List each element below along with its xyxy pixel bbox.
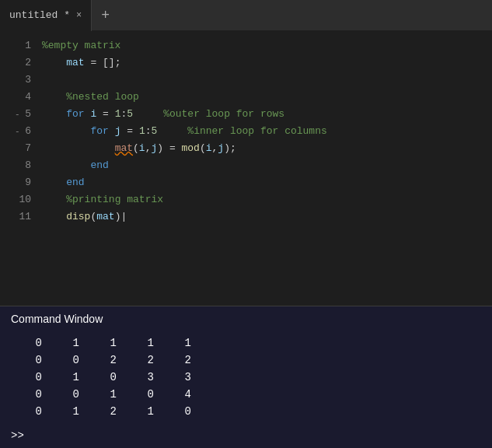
output-cell: 0 — [11, 352, 48, 369]
output-cell: 4 — [160, 386, 197, 403]
line-number: -5 — [0, 106, 39, 123]
fold-indicator[interactable]: - — [12, 123, 22, 140]
tab-title: untitled * — [9, 9, 70, 21]
command-output: 0111100222010330010401210 — [0, 331, 492, 423]
line-number: -6 — [0, 123, 39, 140]
code-area[interactable]: %empty matrix mat = []; %nested loop for… — [39, 31, 492, 306]
line-numbers: 1234-5-67891011 — [0, 31, 39, 306]
line-number: 2 — [0, 54, 39, 72]
output-cell: 0 — [123, 386, 160, 403]
output-cell: 1 — [48, 403, 85, 420]
line-number: 1 — [0, 37, 39, 54]
output-cell: 2 — [160, 352, 197, 369]
output-cell: 0 — [48, 352, 85, 369]
output-cell: 0 — [11, 403, 48, 420]
tab-untitled[interactable]: untitled * × — [0, 0, 92, 31]
line-number: 4 — [0, 89, 39, 106]
output-cell: 1 — [48, 369, 85, 386]
line-number: 3 — [0, 72, 39, 89]
code-line: end — [42, 174, 492, 191]
output-cell: 1 — [123, 334, 160, 352]
output-cell: 0 — [11, 386, 48, 403]
code-line: %empty matrix — [42, 37, 492, 54]
code-line — [42, 72, 492, 89]
code-line: end — [42, 157, 492, 174]
output-row: 00222 — [11, 352, 481, 369]
output-cell: 2 — [85, 352, 123, 369]
output-cell: 1 — [85, 334, 123, 352]
output-cell: 0 — [48, 386, 85, 403]
output-cell: 1 — [123, 403, 160, 420]
output-row: 01210 — [11, 403, 481, 420]
code-line: mat(i,j) = mod(i,j); — [42, 140, 492, 157]
command-window: Command Window 0111100222010330010401210… — [0, 306, 492, 448]
output-cell: 0 — [160, 403, 197, 420]
code-line: for i = 1:5 %outer loop for rows — [42, 106, 492, 123]
code-line: %nested loop — [42, 89, 492, 106]
output-row: 01033 — [11, 369, 481, 386]
code-line: %printing matrix — [42, 191, 492, 208]
new-tab-button[interactable]: + — [92, 0, 119, 31]
output-cell: 2 — [123, 352, 160, 369]
output-cell: 1 — [48, 334, 85, 352]
output-row: 00104 — [11, 386, 481, 403]
output-cell: 2 — [85, 403, 123, 420]
code-line: disp(mat)| — [42, 208, 492, 226]
tab-bar: untitled * × + — [0, 0, 492, 31]
command-prompt[interactable]: >> — [0, 423, 492, 448]
line-number: 7 — [0, 140, 39, 157]
line-number: 8 — [0, 157, 39, 174]
line-number: 10 — [0, 191, 39, 208]
output-cell: 0 — [85, 369, 123, 386]
line-number: 11 — [0, 208, 39, 226]
output-cell: 1 — [85, 386, 123, 403]
output-cell: 3 — [160, 369, 197, 386]
fold-indicator[interactable]: - — [12, 106, 22, 123]
output-row: 01111 — [11, 334, 481, 352]
output-cell: 0 — [11, 334, 48, 352]
command-window-header: Command Window — [0, 306, 492, 331]
code-line: for j = 1:5 %inner loop for columns — [42, 123, 492, 140]
output-cell: 0 — [11, 369, 48, 386]
tab-close-button[interactable]: × — [76, 10, 82, 21]
code-line: mat = []; — [42, 54, 492, 72]
output-cell: 1 — [160, 334, 197, 352]
line-number: 9 — [0, 174, 39, 191]
code-editor: 1234-5-67891011 %empty matrix mat = []; … — [0, 31, 492, 306]
output-cell: 3 — [123, 369, 160, 386]
